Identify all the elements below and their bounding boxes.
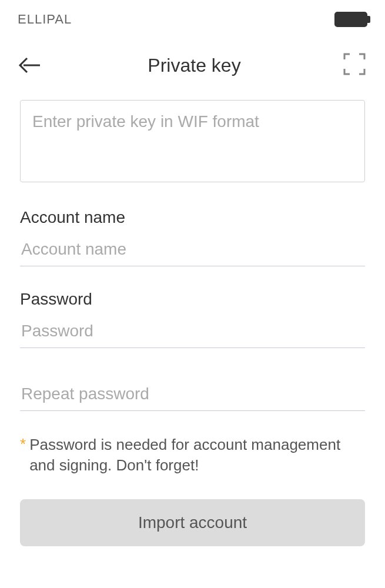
password-group: Password	[20, 290, 365, 348]
account-name-label: Account name	[20, 208, 365, 227]
import-account-button[interactable]: Import account	[20, 499, 365, 546]
account-name-group: Account name	[20, 208, 365, 266]
password-input[interactable]	[20, 315, 365, 348]
back-arrow-icon	[18, 56, 41, 74]
battery-icon	[334, 12, 367, 27]
repeat-password-input[interactable]	[20, 377, 365, 411]
device-name: ELLIPAL	[18, 12, 72, 27]
password-label: Password	[20, 290, 365, 309]
hint-text: Password is needed for account managemen…	[29, 435, 365, 476]
header: Private key	[0, 33, 385, 92]
status-bar: ELLIPAL	[0, 0, 385, 33]
account-name-input[interactable]	[20, 233, 365, 266]
password-hint: * Password is needed for account managem…	[20, 435, 365, 476]
scan-icon	[343, 52, 366, 78]
repeat-password-group	[20, 377, 365, 411]
hint-star-icon: *	[20, 435, 26, 455]
back-button[interactable]	[18, 51, 47, 80]
private-key-input[interactable]	[20, 100, 365, 182]
scan-button[interactable]	[342, 52, 367, 78]
page-title: Private key	[47, 55, 342, 76]
form-content: Account name Password * Password is need…	[0, 92, 385, 476]
